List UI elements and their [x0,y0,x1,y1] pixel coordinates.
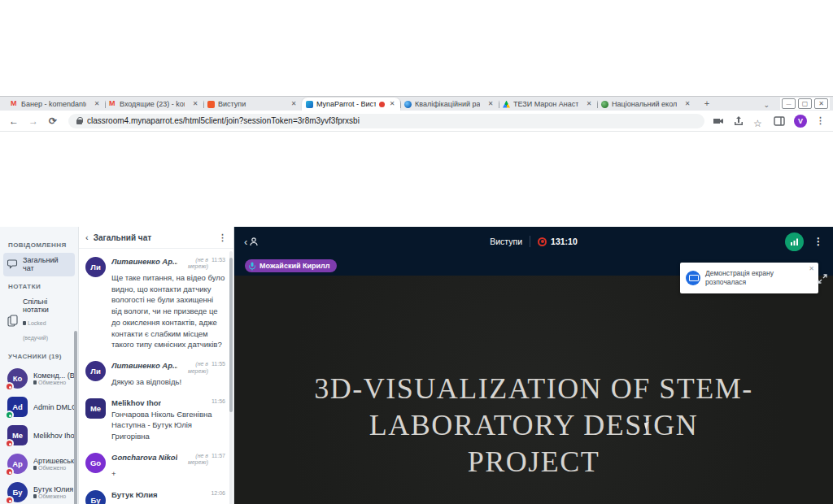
browser-tab[interactable]: Національний еколого-н [597,98,696,111]
meeting-area: Виступи 131:10 Можайский Кирилл [234,227,833,504]
fullscreen-expand-icon[interactable] [818,274,827,284]
chat-bubble-icon [7,259,19,269]
participant-text: Melikhov Ihor [33,432,76,440]
message-main: Литвиненко Ар... (не в мережі) 11:53 Ще … [111,257,225,350]
tab-favicon [11,101,18,108]
message-time: 12:06 [211,490,225,496]
participant-avatar: Ad [7,397,28,417]
active-speaker-badge: Можайский Кирилл [245,259,337,272]
recording-indicator[interactable]: 131:10 [538,237,578,246]
message-main: Goncharova Nikol (не в мережі) 11:57 + [111,453,225,480]
camera-indicator-icon[interactable] [713,115,724,127]
participant-name: Бутук Юлия [33,485,73,493]
tab-close-icon[interactable] [486,100,495,108]
tab-title: MynaParrot - Виступи [316,100,376,108]
share-icon[interactable] [733,115,744,127]
tab-search-chevron-icon[interactable] [763,101,770,109]
avatar-initials: Ad [12,402,23,411]
message-time: 11:53 [212,257,225,263]
tab-title: Входящие (23) - komenda [120,100,185,108]
back-button[interactable] [7,115,21,127]
close-window-button[interactable] [814,98,828,109]
message-header: Melikhov Ihor 11:56 [111,398,225,407]
tab-close-icon[interactable] [290,100,298,108]
tab-close-icon[interactable] [93,100,101,108]
chat-message-list: Ли Литвиненко Ар... (не в мережі) 11:53 … [79,249,233,504]
avatar-initials: Ли [90,367,101,376]
public-chat-label: Загальний чат [23,256,71,273]
recording-timer: 131:10 [551,237,578,246]
participants-scrollbar[interactable] [74,331,77,504]
profile-avatar[interactable]: V [794,115,807,128]
sidebar-item-shared-notes[interactable]: Спільні нотатки Locked (ведучий) [3,294,75,347]
participant-row[interactable]: Me Melikhov Ihor [0,421,78,450]
tab-list: Банер - komendantov@n Входящие (23) - ko… [7,98,696,111]
address-bar[interactable]: classroom4.mynaparrot.es/html5client/joi… [68,114,704,128]
recording-dot-icon [379,102,385,107]
screenshare-toast-icon [686,271,700,285]
participant-row[interactable]: Ad Admin DMLC [0,393,78,421]
reload-button[interactable] [46,115,60,127]
participant-name: Melikhov Ihor [33,432,76,440]
slide-title-line1: 3D-VISUALIZATION OF STEM- [234,371,833,407]
participant-avatar: Ар [7,454,28,474]
browser-menu-icon[interactable] [816,115,825,126]
participant-row[interactable]: Ар Артишевськ... Обмежено [0,450,78,478]
avatar-initials: Бу [91,496,101,504]
toast-close-icon[interactable] [809,265,814,272]
avatar-initials: Go [90,458,101,467]
tab-title: ТЕЗИ Марон Анастасія - [513,100,578,108]
bookmark-star-icon[interactable] [753,115,765,127]
tab-close-icon[interactable] [388,100,396,108]
browser-tab[interactable]: Банер - komendantov@n [7,98,105,111]
connection-status-button[interactable] [785,232,804,251]
side-panel-icon[interactable] [774,115,785,127]
avatar-initials: Ли [90,263,101,272]
tab-close-icon[interactable] [191,100,199,108]
offline-indicator: (не в мережі) [181,361,208,375]
meeting-options-icon[interactable] [813,236,823,247]
restore-button[interactable] [798,98,812,109]
browser-tab[interactable]: Кваліфікаційний раунд 2 [400,98,499,111]
new-tab-button[interactable] [700,98,713,111]
participant-row[interactable]: Бу Бутук Юлия Обмежено [0,478,78,504]
participant-row[interactable]: Ко Коменд... (Ви) Обмежено [0,364,78,393]
tab-close-icon[interactable] [683,100,691,108]
hide-participants-icon[interactable] [244,236,259,248]
chat-scrollbar-thumb[interactable] [229,258,233,412]
browser-tab[interactable]: MynaParrot - Виступи [302,98,400,111]
participant-name: Коменд... (Ви) [33,371,76,380]
participant-avatar: Бу [7,482,28,502]
url-text[interactable]: classroom4.mynaparrot.es/html5client/joi… [87,116,360,125]
https-lock-icon[interactable] [76,117,82,124]
status-badge-icon [5,439,14,448]
participant-avatar: Me [7,425,28,445]
tab-favicon [306,101,313,108]
forward-button[interactable] [26,115,41,127]
avatar-initials: Бу [13,488,23,497]
active-speaker-name: Можайский Кирилл [259,262,329,270]
message-avatar: Бу [85,490,106,504]
browser-tab[interactable]: ТЕЗИ Марон Анастасія - [499,98,597,111]
participant-restriction: Обмежено [33,465,76,471]
tab-close-icon[interactable] [585,100,593,108]
browser-tab[interactable]: Виступи [203,98,302,111]
chat-options-icon[interactable] [218,232,227,243]
slide-title: 3D-VISUALIZATION OF STEM- LABORATORY DES… [234,371,833,480]
screen: Банер - komendantov@n Входящие (23) - ko… [0,0,833,504]
tab-favicon [207,101,215,108]
message-header: Goncharova Nikol (не в мережі) 11:57 [111,453,225,467]
avatar-initials: Me [90,404,101,413]
bbb-app: ПОВІДОМЛЕННЯ Загальний чат НОТАТКИ Спіль… [0,227,833,504]
message-body: Дякую за відповідь! [111,376,225,388]
minimize-button[interactable] [782,98,796,109]
meeting-header: Виступи 131:10 [234,227,833,256]
tab-favicon [404,101,412,108]
participant-name: Admin DMLC [33,403,76,411]
chat-back-icon[interactable] [85,232,89,242]
browser-tab[interactable]: Входящие (23) - komenda [105,98,203,111]
message-header: Литвиненко Ар... (не в мережі) 11:53 [111,257,225,271]
sidebar-item-public-chat[interactable]: Загальний чат [3,253,75,276]
meeting-title-group: Виступи 131:10 [234,227,833,256]
message-avatar: Go [85,453,106,473]
